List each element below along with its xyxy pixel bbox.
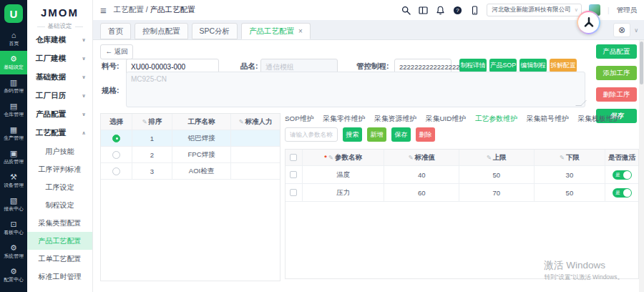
app-logo[interactable]: U xyxy=(0,0,27,27)
sidebar-item-collect-type-config[interactable]: 采集类型配置 xyxy=(27,214,92,232)
scrollbar-thumb[interactable] xyxy=(640,42,643,84)
search-button[interactable]: 搜索 xyxy=(343,127,362,142)
param-search-input[interactable] xyxy=(285,127,338,142)
sidebar-item-process-judge-standard[interactable]: 工序评判标准 xyxy=(27,160,92,178)
chevron-down-icon: ∨ xyxy=(82,93,86,99)
mobile-icon[interactable] xyxy=(469,5,479,15)
gear-icon: ⚙ xyxy=(10,55,17,63)
process-detail-button[interactable]: 制程详情 xyxy=(459,59,487,72)
barcode-icon: ▥ xyxy=(10,79,17,87)
quality-icon: ▣ xyxy=(10,150,17,157)
radio-unselected[interactable] xyxy=(112,167,120,175)
warehouse-icon: ▤ xyxy=(10,102,17,110)
sidebar-group-product-config[interactable]: 产品配置∨ xyxy=(27,105,92,124)
radio-unselected[interactable] xyxy=(112,151,120,159)
save-param-button[interactable]: 保存 xyxy=(391,127,411,142)
param-row-1[interactable]: 温度 40 50 30 是 xyxy=(286,166,638,184)
edit-column-icon: ✎ xyxy=(408,154,413,161)
chevron-down-icon: ∨ xyxy=(82,37,86,43)
sidebar-group-factory-calendar[interactable]: 工厂日历∨ xyxy=(27,87,92,105)
report-icon: ▧ xyxy=(10,197,17,205)
tab-home[interactable]: 首页 xyxy=(100,23,131,39)
delete-param-button[interactable]: 删除 xyxy=(416,127,435,142)
rail-item-warehouse[interactable]: ▤仓库管理 xyxy=(0,98,27,122)
delete-process-button[interactable]: 删除工序 xyxy=(596,87,637,102)
control-process-label: 管控制程: xyxy=(356,62,389,72)
tab-spc-analysis[interactable]: SPC分析 xyxy=(192,23,238,39)
sidebar-menu: JMOM 基础设定 仓库建模∨ 工厂建模∨ 基础数据∨ 工厂日历∨ 产品配置∨ … xyxy=(27,0,93,292)
product-sop-button[interactable]: 产品SOP xyxy=(489,59,517,72)
rail-item-quality[interactable]: ▣品质管理 xyxy=(0,145,27,169)
detail-tab-collect-box[interactable]: 采集箱号维护 xyxy=(527,115,569,124)
sidebar-item-process-setting[interactable]: 工序设定 xyxy=(27,178,92,196)
top-header: ≡ 工艺配置 / 产品工艺配置 ? 河北敬业新能源科技有限公司∨ | 管理员 xyxy=(93,0,644,20)
sidebar-group-factory-modeling[interactable]: 工厂建模∨ xyxy=(27,49,92,68)
sidebar-item-workorder-process-config[interactable]: 工单工艺配置 xyxy=(27,250,92,268)
sidebar-item-user-skills[interactable]: 用户技能 xyxy=(27,142,92,160)
detail-tab-collect-uid[interactable]: 采集UID维护 xyxy=(426,115,466,124)
process-row-3[interactable]: 3 AOI检查 xyxy=(101,163,280,180)
detail-tab-sop[interactable]: SOP维护 xyxy=(285,115,313,124)
process-row-1[interactable]: 1 铝巴焊接 xyxy=(101,130,280,147)
assistant-logo-icon xyxy=(578,12,599,33)
sidebar-item-product-process-config[interactable]: 产品工艺配置 xyxy=(27,232,92,250)
active-toggle[interactable]: 是 xyxy=(613,188,632,198)
detail-tab-collect-parts[interactable]: 采集零件维护 xyxy=(323,115,365,124)
tab-control-point-config[interactable]: 控制点配置 xyxy=(135,23,188,39)
sidebar-item-routing-setting[interactable]: 制程设定 xyxy=(27,196,92,214)
select-all-checkbox[interactable] xyxy=(290,154,297,161)
tab-bar: 首页 控制点配置 SPC分析 产品工艺配置× ⊗ ∨ xyxy=(93,20,644,40)
assistant-float-button[interactable] xyxy=(577,11,600,34)
equipment-icon: ⚒ xyxy=(10,173,17,181)
detail-tab-collect-pallet[interactable]: 采集栈板维护 xyxy=(577,115,620,124)
required-marker: * xyxy=(324,154,327,161)
rail-item-dashboard[interactable]: ⊡看板中心 xyxy=(0,216,27,240)
active-toggle[interactable]: 是 xyxy=(613,170,632,180)
search-icon[interactable] xyxy=(401,5,411,15)
rail-item-reports[interactable]: ▧报表中心 xyxy=(0,193,27,216)
company-select[interactable]: 河北敬业新能源科技有限公司∨ xyxy=(487,4,582,16)
production-icon: ▦ xyxy=(10,126,17,134)
row-checkbox[interactable] xyxy=(290,189,297,196)
back-button[interactable]: ← 返回 xyxy=(100,44,133,59)
rail-item-system[interactable]: ⚙系统管理 xyxy=(0,240,27,263)
rail-item-home[interactable]: ⌂首页 xyxy=(0,27,27,51)
system-gear-icon: ⚙ xyxy=(10,244,17,252)
hamburger-icon[interactable]: ≡ xyxy=(100,5,107,16)
edit-column-icon: ✎ xyxy=(142,118,147,125)
spec-textarea[interactable] xyxy=(126,72,585,107)
disassemble-config-button[interactable]: 拆解配置 xyxy=(550,59,577,72)
detail-tab-collect-resources[interactable]: 采集资源维护 xyxy=(374,115,416,124)
help-icon[interactable]: ? xyxy=(452,5,462,15)
detail-tab-process-params[interactable]: 工艺参数维护 xyxy=(475,115,517,124)
page-scrollbar[interactable] xyxy=(639,40,644,292)
chevron-down-icon: ∨ xyxy=(575,7,578,13)
add-param-button[interactable]: 新增 xyxy=(367,127,386,142)
tab-options-chevron-icon[interactable]: ∨ xyxy=(634,27,638,34)
rail-item-basic-settings[interactable]: ⚙基础设定 xyxy=(0,51,27,74)
rail-item-config-center[interactable]: ⚙配置中心 xyxy=(0,263,27,287)
process-table-header: 选择 ✎排序 工序名称 ✎标准人力 xyxy=(101,114,280,130)
sidebar-item-standard-hours[interactable]: 标准工时管理 xyxy=(27,268,92,286)
process-row-2[interactable]: 2 FPC焊接 xyxy=(101,147,280,163)
rail-item-production[interactable]: ▦生产管理 xyxy=(0,122,27,145)
app-logo-icon: U xyxy=(4,4,23,23)
bell-icon[interactable] xyxy=(435,5,445,15)
sidebar-group-warehouse-modeling[interactable]: 仓库建模∨ xyxy=(27,31,92,49)
param-row-2[interactable]: 压力 60 70 50 是 xyxy=(286,184,638,202)
sidebar-group-process-config[interactable]: 工艺配置∧ xyxy=(27,124,92,142)
close-all-tabs-button[interactable]: ⊗ xyxy=(613,23,630,37)
product-name-label: 品名: xyxy=(240,62,258,72)
divider: | xyxy=(608,6,610,14)
rail-item-barcode[interactable]: ▥条码管理 xyxy=(0,74,27,98)
add-process-button[interactable]: 添加工序 xyxy=(596,66,637,80)
edit-process-button[interactable]: 编辑制程 xyxy=(519,59,547,72)
product-config-button[interactable]: 产品配置 xyxy=(596,44,637,59)
radio-selected[interactable] xyxy=(112,135,120,142)
sidebar-group-base-data[interactable]: 基础数据∨ xyxy=(27,68,92,87)
layout-columns-icon[interactable] xyxy=(418,5,428,15)
row-checkbox[interactable] xyxy=(290,171,297,178)
close-icon[interactable]: × xyxy=(298,27,303,35)
rail-item-equipment[interactable]: ⚒设备管理 xyxy=(0,169,27,193)
tab-product-process-config[interactable]: 产品工艺配置× xyxy=(241,23,311,39)
